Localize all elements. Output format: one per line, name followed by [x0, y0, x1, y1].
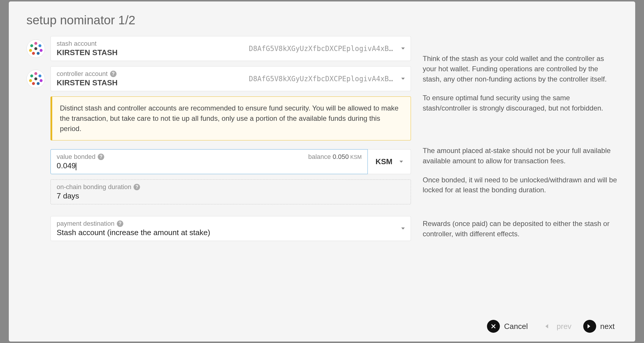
controller-identicon — [26, 69, 45, 88]
payment-label: payment destination ? — [57, 220, 398, 227]
svg-point-2 — [30, 44, 33, 47]
help-bonded: The amount placed at-stake should not be… — [423, 146, 618, 166]
value-bonded-row: value bonded ? 0.049 balance 0.050 KSM K… — [50, 149, 411, 174]
svg-point-5 — [40, 49, 43, 52]
bonding-duration-row: on-chain bonding duration ? 7 days — [50, 179, 411, 204]
step-forward-icon — [583, 320, 596, 333]
stash-name: KIRSTEN STASH — [57, 48, 249, 57]
unit-select[interactable]: KSM — [368, 149, 411, 174]
stash-account-select[interactable]: stash account KIRSTEN STASH D8AfG5V8kXGy… — [50, 36, 411, 61]
chevron-down-icon — [401, 227, 405, 230]
next-button[interactable]: next — [583, 320, 615, 333]
chevron-down-icon — [401, 78, 405, 80]
help-column: Think of the stash as your cold wallet a… — [423, 36, 618, 314]
chevron-down-icon — [399, 161, 403, 163]
modal-title: setup nominator 1/2 — [26, 13, 618, 27]
svg-point-7 — [37, 52, 40, 55]
stash-label: stash account — [57, 40, 249, 47]
svg-point-4 — [29, 49, 32, 52]
modal-content: stash account KIRSTEN STASH D8AfG5V8kXGy… — [26, 36, 618, 314]
svg-point-11 — [30, 74, 33, 77]
help-icon[interactable]: ? — [134, 184, 140, 190]
help-duration: Once bonded, it wil need to be unlocked/… — [423, 175, 618, 196]
bonded-value[interactable]: 0.049 — [57, 161, 362, 170]
svg-point-10 — [34, 72, 37, 75]
controller-name: KIRSTEN STASH — [57, 78, 249, 87]
unit-label: KSM — [375, 157, 392, 166]
stash-identicon — [26, 39, 45, 58]
duration-label: on-chain bonding duration ? — [57, 183, 405, 191]
form-column: stash account KIRSTEN STASH D8AfG5V8kXGy… — [26, 36, 411, 314]
setup-nominator-modal: setup nominator 1/2 stash account KIRSTE… — [9, 1, 635, 342]
svg-point-16 — [37, 82, 40, 85]
svg-point-1 — [34, 42, 37, 45]
close-icon — [487, 320, 500, 333]
svg-point-12 — [38, 74, 41, 77]
payment-value: Stash account (increase the amount at st… — [57, 228, 398, 237]
value-bonded-input-box[interactable]: value bonded ? 0.049 balance 0.050 KSM — [50, 149, 368, 174]
controller-account-select[interactable]: controller account ? KIRSTEN STASH D8AfG… — [50, 66, 411, 91]
svg-point-8 — [34, 47, 37, 50]
duration-value: 7 days — [57, 191, 405, 201]
help-icon[interactable]: ? — [98, 154, 104, 160]
payment-destination-select[interactable]: payment destination ? Stash account (inc… — [50, 216, 411, 241]
help-stash: Think of the stash as your cold wallet a… — [423, 54, 618, 84]
cancel-button[interactable]: Cancel — [487, 320, 528, 333]
help-icon[interactable]: ? — [110, 71, 117, 77]
svg-point-17 — [34, 77, 37, 80]
svg-point-15 — [32, 82, 35, 85]
same-account-warning: Distinct stash and controller accounts a… — [50, 96, 411, 140]
svg-point-13 — [29, 79, 32, 82]
svg-point-6 — [32, 52, 35, 55]
svg-point-14 — [40, 79, 43, 82]
controller-address: D8AfG5V8kXGyUzXfbcDXCPEplogivA4xB… — [249, 75, 393, 83]
help-controller: To ensure optimal fund security using th… — [423, 93, 618, 113]
modal-footer: Cancel prev next — [26, 314, 618, 333]
payment-destination-row: payment destination ? Stash account (inc… — [50, 216, 411, 241]
stash-account-row: stash account KIRSTEN STASH D8AfG5V8kXGy… — [26, 36, 411, 61]
stash-address: D8AfG5V8kXGyUzXfbcDXCPEplogivA4xB… — [249, 45, 393, 53]
balance-display: balance 0.050 KSM — [308, 153, 362, 161]
svg-point-3 — [38, 44, 41, 47]
step-back-icon — [540, 320, 552, 333]
help-payment: Rewards (once paid) can be deposited to … — [423, 219, 618, 239]
controller-account-row: controller account ? KIRSTEN STASH D8AfG… — [26, 66, 411, 91]
chevron-down-icon — [401, 47, 405, 50]
help-icon[interactable]: ? — [117, 220, 123, 227]
controller-label: controller account ? — [57, 70, 249, 78]
prev-button: prev — [540, 320, 571, 333]
bonding-duration-box: on-chain bonding duration ? 7 days — [50, 179, 411, 204]
